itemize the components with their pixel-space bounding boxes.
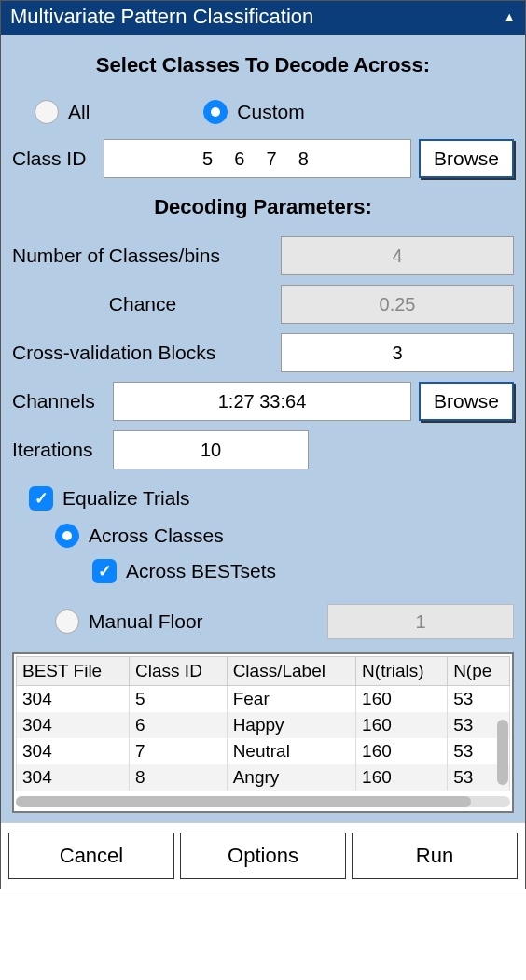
radio-custom-label: Custom [237,101,304,123]
table-header[interactable]: Class/Label [227,657,355,686]
table-row[interactable]: 3047Neutral16053 [17,738,510,764]
button-bar: Cancel Options Run [1,822,525,889]
iterations-label: Iterations [12,439,105,461]
run-button[interactable]: Run [352,833,518,879]
equalize-trials-label: Equalize Trials [62,487,190,510]
class-id-input[interactable] [104,139,411,178]
iterations-input[interactable] [113,430,309,469]
table-header[interactable]: N(pe [448,657,510,686]
table-cell: 6 [130,712,228,738]
trials-table-wrap: BEST FileClass IDClass/LabelN(trials)N(p… [12,652,514,813]
table-cell: 7 [130,738,228,764]
params-heading: Decoding Parameters: [12,195,514,219]
table-header[interactable]: BEST File [17,657,130,686]
window-title: Multivariate Pattern Classification [10,5,313,29]
radio-custom[interactable] [203,100,228,124]
chance-label: Chance [12,293,273,315]
table-cell: Angry [227,764,355,791]
mvpa-window: Multivariate Pattern Classification ▲ Se… [0,0,526,889]
cv-label: Cross-validation Blocks [12,342,273,364]
table-cell: 8 [130,764,228,791]
manual-floor-input [327,604,514,639]
across-classes-radio[interactable] [55,524,79,548]
table-cell: 304 [17,738,130,764]
cancel-button[interactable]: Cancel [8,833,174,879]
across-classes-row[interactable]: Across Classes [55,524,514,548]
across-classes-label: Across Classes [89,525,224,547]
table-cell: Neutral [227,738,355,764]
equalize-trials-row[interactable]: ✓ Equalize Trials [29,486,514,511]
table-row[interactable]: 3048Angry16053 [17,764,510,791]
table-cell: Happy [227,712,355,738]
table-cell: 160 [356,738,448,764]
table-cell: 304 [17,712,130,738]
table-row[interactable]: 3046Happy16053 [17,712,510,738]
manual-floor-radio[interactable] [55,609,79,634]
chance-input [281,285,514,324]
across-bestsets-check[interactable]: ✓ [92,559,117,583]
titlebar[interactable]: Multivariate Pattern Classification ▲ [1,1,525,35]
radio-all-row[interactable]: All [35,100,90,124]
table-cell: 160 [356,764,448,791]
table-cell: 160 [356,712,448,738]
channels-label: Channels [12,390,105,413]
table-cell: 160 [356,686,448,713]
radio-custom-row[interactable]: Custom [203,100,304,124]
num-classes-input [281,236,514,275]
class-id-browse-button[interactable]: Browse [419,139,514,178]
cv-input[interactable] [281,333,514,372]
table-cell: 53 [448,686,510,713]
manual-floor-label: Manual Floor [89,610,203,633]
table-cell: Fear [227,686,355,713]
radio-all[interactable] [35,100,59,124]
table-vscroll-thumb[interactable] [497,720,508,785]
table-row[interactable]: 3045Fear16053 [17,686,510,713]
options-button[interactable]: Options [180,833,346,879]
channels-input[interactable] [113,382,411,421]
table-cell: 5 [130,686,228,713]
content-panel: Select Classes To Decode Across: All Cus… [1,35,525,822]
across-bestsets-label: Across BESTsets [126,560,276,582]
table-cell: 304 [17,686,130,713]
classes-heading: Select Classes To Decode Across: [12,53,514,77]
equalize-trials-check[interactable]: ✓ [29,486,53,511]
radio-all-label: All [68,101,90,123]
table-hscroll[interactable] [16,796,510,807]
trials-table[interactable]: BEST FileClass IDClass/LabelN(trials)N(p… [16,656,510,791]
manual-floor-row[interactable]: Manual Floor [55,609,203,634]
across-bestsets-row[interactable]: ✓ Across BESTsets [92,559,514,583]
class-id-label: Class ID [12,147,96,170]
channels-browse-button[interactable]: Browse [419,382,514,421]
table-header[interactable]: N(trials) [356,657,448,686]
collapse-icon[interactable]: ▲ [503,9,516,24]
table-cell: 304 [17,764,130,791]
num-classes-label: Number of Classes/bins [12,245,273,267]
table-header[interactable]: Class ID [130,657,228,686]
table-hscroll-thumb[interactable] [16,796,471,807]
